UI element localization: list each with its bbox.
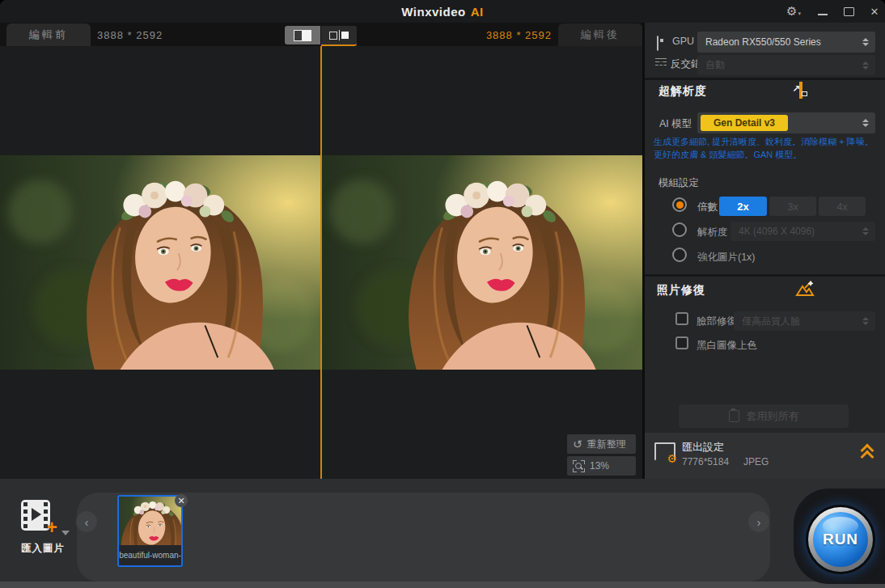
resolution-radio[interactable]	[672, 222, 687, 237]
winxvideo-window: Winxvideo AI ⚙▾ ✕ 編輯前 3888 * 2592 3888 *…	[0, 0, 885, 588]
resolution-select[interactable]: 4K (4096 X 4096)	[730, 222, 875, 241]
zoom-magnifier-icon	[573, 460, 585, 472]
before-dimensions: 3888 * 2592	[97, 29, 163, 41]
collapse-chevron-icon[interactable]	[861, 445, 874, 463]
compare-divider[interactable]	[320, 46, 322, 479]
model-description: 生成更多細節, 提升清晰度、銳利度。消除模糊 + 降噪。更好的皮膚 & 頭髮細節…	[654, 135, 882, 161]
export-settings-title: 匯出設定	[682, 440, 724, 455]
after-dimensions: 3888 * 2592	[453, 29, 552, 41]
face-repair-select-value: 僅高品質人臉	[742, 315, 862, 328]
chevron-updown-icon	[862, 227, 869, 235]
module-settings-label: 模組設定	[658, 176, 699, 190]
chevron-updown-icon	[862, 119, 869, 127]
thumbnail-remove-button[interactable]: ✕	[175, 494, 188, 507]
gpu-select[interactable]: Radeon RX550/550 Series	[697, 32, 875, 53]
preview-viewer: ↺ 重新整理 13%	[0, 46, 642, 479]
scale-4x-button[interactable]: 4x	[819, 197, 866, 216]
export-format: JPEG	[743, 456, 769, 467]
strip-prev-button[interactable]: ‹	[76, 511, 97, 532]
zoom-level-button[interactable]: 13%	[567, 456, 636, 476]
face-repair-checkbox[interactable]	[675, 312, 688, 325]
run-sphere: RUN	[813, 512, 868, 567]
after-image	[322, 155, 642, 370]
scale-2x-button[interactable]: 2x	[719, 197, 767, 216]
gpu-chip-icon	[657, 36, 658, 51]
enhance-label: 強化圖片(1x)	[697, 251, 756, 264]
minimize-icon	[818, 14, 828, 15]
deinterlace-label: 反交錯	[671, 57, 701, 71]
apply-to-all-button[interactable]: 套用到所有	[679, 404, 849, 428]
run-label: RUN	[823, 531, 858, 548]
thumbnail-image	[119, 497, 181, 545]
gpu-label: GPU	[672, 36, 694, 47]
deinterlace-icon: A	[655, 58, 667, 68]
close-button[interactable]: ✕	[862, 0, 885, 23]
maximize-icon	[844, 7, 854, 16]
thumbnail-filename: beautiful-woman-	[119, 545, 181, 565]
deinterlace-select[interactable]: 自動	[697, 55, 875, 75]
chevron-updown-icon	[862, 317, 869, 325]
export-dimensions: 7776*5184	[682, 456, 729, 467]
settings-sidebar: GPU Radeon RX550/550 Series A 反交錯 自動 超解析…	[645, 23, 885, 479]
tab-before-edit[interactable]: 編輯前	[6, 23, 91, 46]
refresh-icon: ↺	[573, 438, 582, 450]
compare-sidebyside-mode-button[interactable]	[321, 26, 357, 46]
export-settings-card[interactable]: ⚙ 匯出設定 7776*5184 JPEG	[645, 433, 885, 479]
ai-model-select[interactable]: Gen Detail v3	[697, 112, 875, 133]
chevron-updown-icon	[862, 61, 869, 70]
chevron-updown-icon	[862, 38, 869, 46]
section-separator	[645, 78, 885, 80]
resolution-select-value: 4K (4096 X 4096)	[739, 226, 862, 237]
zoom-level-value: 13%	[590, 460, 609, 472]
ai-model-label: AI 模型	[659, 117, 692, 131]
section-separator	[645, 274, 885, 277]
app-title: Winxvideo AI	[0, 0, 885, 23]
app-title-accent: AI	[471, 5, 484, 19]
photo-repair-title: 照片修復	[657, 283, 705, 298]
import-film-icon: +	[21, 500, 50, 531]
clipboard-icon	[729, 410, 739, 422]
window-bottom-edge	[0, 582, 885, 588]
thumbnail-item[interactable]: beautiful-woman-	[117, 495, 183, 567]
colorize-label: 黑白圖像上色	[697, 339, 757, 353]
before-image	[0, 155, 320, 370]
strip-next-button[interactable]: ›	[748, 511, 769, 532]
preview-after-pane	[322, 155, 642, 370]
settings-gear-icon[interactable]: ⚙▾	[781, 0, 806, 23]
face-repair-select[interactable]: 僅高品質人臉	[734, 311, 875, 331]
import-dropdown-caret-icon[interactable]	[61, 531, 70, 535]
refresh-button[interactable]: ↺ 重新整理	[567, 434, 636, 454]
upscale-icon[interactable]: ↗	[799, 82, 802, 99]
side-by-side-icon	[329, 30, 349, 40]
gpu-select-value: Radeon RX550/550 Series	[705, 36, 862, 48]
scale-3x-button[interactable]: 3x	[769, 197, 816, 216]
run-button[interactable]: RUN	[808, 507, 873, 572]
ai-model-pill: Gen Detail v3	[701, 115, 788, 131]
compare-split-mode-button[interactable]	[285, 26, 320, 44]
colorize-checkbox[interactable]	[675, 336, 688, 349]
preview-before-pane	[0, 155, 320, 370]
split-view-icon	[294, 30, 311, 41]
minimize-button[interactable]	[811, 0, 835, 23]
super-resolution-title: 超解析度	[658, 84, 707, 99]
import-image-label: 匯入圖片	[11, 542, 74, 556]
app-title-text: Winxvideo	[401, 5, 465, 19]
enhance-radio[interactable]	[672, 247, 687, 262]
maximize-button[interactable]	[836, 0, 861, 23]
resolution-label: 解析度	[697, 226, 728, 239]
deinterlace-select-value: 自動	[705, 58, 862, 72]
scale-label: 倍數	[697, 201, 718, 214]
face-repair-label: 臉部修復	[697, 315, 737, 328]
import-image-button[interactable]: + 匯入圖片	[11, 497, 74, 558]
scale-radio[interactable]	[672, 197, 687, 212]
tab-after-edit[interactable]: 編輯後	[558, 23, 642, 46]
export-settings-icon: ⚙	[654, 442, 675, 462]
title-bar: Winxvideo AI ⚙▾ ✕	[0, 0, 885, 23]
photo-repair-icon	[794, 280, 815, 296]
